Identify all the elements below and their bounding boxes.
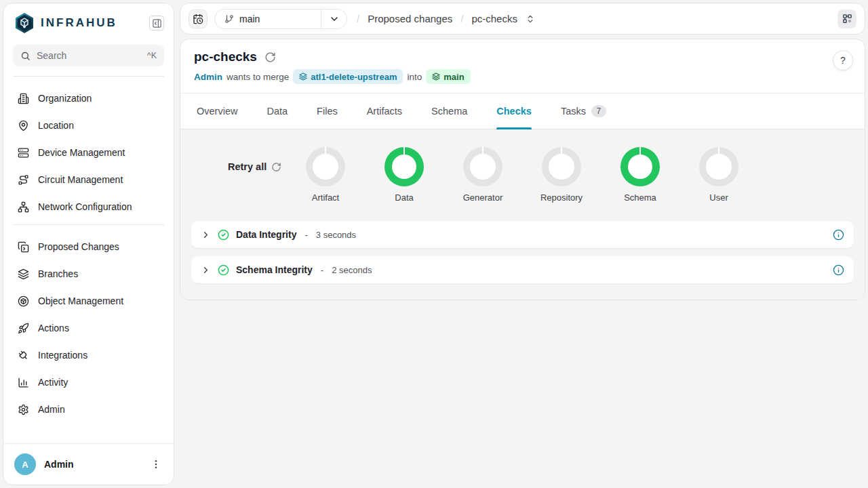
- branch-dropdown-toggle[interactable]: [321, 9, 347, 28]
- tab-checks[interactable]: Checks: [496, 94, 532, 129]
- info-icon[interactable]: [833, 264, 844, 276]
- ring-label: Schema: [624, 192, 656, 203]
- retry-all-button[interactable]: Retry all: [228, 147, 279, 186]
- tab-data[interactable]: Data: [267, 94, 288, 129]
- branch-name: main: [239, 14, 260, 24]
- sidebar-item-network-configuration[interactable]: Network Configuration: [9, 193, 168, 220]
- kebab-menu-icon[interactable]: [149, 458, 163, 471]
- check-ring-repository[interactable]: Repository: [522, 147, 601, 203]
- search-shortcut: ^K: [147, 51, 157, 60]
- sidebar-item-proposed-changes[interactable]: Proposed Changes: [9, 233, 168, 260]
- check-rows: Data Integrity - 3 seconds Schema Integr…: [191, 221, 854, 283]
- sidebar-item-object-management[interactable]: Object Management: [9, 287, 168, 314]
- main-content: pc-checks Admin wants to merge atl1-dele…: [180, 39, 865, 300]
- tab-label: Data: [267, 106, 288, 117]
- server-icon: [18, 147, 29, 159]
- rocket-icon: [18, 323, 29, 334]
- sidebar-item-label: Activity: [38, 377, 68, 388]
- layers-icon: [432, 73, 440, 81]
- breadcrumb-pc-checks[interactable]: pc-checks: [471, 13, 517, 24]
- sidebar: INFRAHUB Search ^K Organization: [3, 3, 174, 485]
- sidebar-item-label: Proposed Changes: [38, 241, 119, 252]
- sidebar-item-actions[interactable]: Actions: [9, 314, 168, 342]
- search-input[interactable]: Search ^K: [13, 45, 164, 66]
- page-title: pc-checks: [194, 49, 257, 64]
- sidebar-footer: A Admin: [3, 443, 174, 485]
- into-text: into: [407, 72, 422, 82]
- check-row-title: Schema Integrity: [236, 264, 313, 275]
- proposed-change-header: pc-checks Admin wants to merge atl1-dele…: [180, 39, 865, 93]
- check-ring-schema[interactable]: Schema: [601, 147, 679, 203]
- tab-tasks[interactable]: Tasks 7: [561, 94, 606, 129]
- footer-username: Admin: [44, 459, 141, 470]
- map-pin-icon: [18, 120, 29, 131]
- sidebar-item-organization[interactable]: Organization: [9, 85, 168, 112]
- check-row-schema-integrity[interactable]: Schema Integrity - 2 seconds: [191, 256, 854, 283]
- sidebar-item-admin[interactable]: Admin: [9, 396, 168, 423]
- tab-label: Files: [317, 106, 338, 117]
- check-summary-rings: Retry all Artifact Data Generator: [191, 129, 854, 203]
- check-ring-artifact[interactable]: Artifact: [286, 147, 365, 203]
- breadcrumb: / Proposed changes / pc-checks: [357, 13, 535, 24]
- donut-ring: [542, 147, 581, 186]
- breadcrumb-proposed-changes[interactable]: Proposed changes: [368, 13, 452, 24]
- sidebar-item-branches[interactable]: Branches: [9, 260, 168, 287]
- help-button[interactable]: ?: [833, 50, 853, 70]
- info-icon[interactable]: [833, 229, 844, 241]
- check-circle-icon: [218, 229, 229, 241]
- sidebar-nav-group-2: Proposed Changes Branches Object Managem…: [3, 225, 174, 427]
- check-ring-user[interactable]: User: [679, 147, 758, 203]
- tab-files[interactable]: Files: [317, 94, 338, 129]
- tab-overview[interactable]: Overview: [197, 94, 237, 129]
- checks-panel: Retry all Artifact Data Generator: [180, 129, 865, 300]
- branch-selector-value[interactable]: main: [215, 9, 321, 28]
- sidebar-item-label: Branches: [38, 268, 78, 279]
- merge-summary: Admin wants to merge atl1-delete-upstrea…: [194, 69, 851, 84]
- tasks-count-badge: 7: [591, 105, 606, 117]
- sidebar-collapse-button[interactable]: [149, 16, 164, 30]
- bar-chart-icon: [18, 377, 29, 388]
- sidebar-item-label: Object Management: [38, 296, 123, 306]
- donut-ring: [699, 147, 738, 186]
- tab-label: Schema: [431, 106, 467, 117]
- sidebar-item-location[interactable]: Location: [9, 112, 168, 139]
- plug-icon: [18, 350, 29, 361]
- chevrons-up-down-icon[interactable]: [526, 14, 535, 24]
- building-icon: [18, 93, 29, 104]
- source-branch-badge[interactable]: atl1-delete-upstream: [293, 69, 403, 84]
- layers-icon: [18, 268, 29, 280]
- route-icon: [18, 174, 29, 186]
- sidebar-item-integrations[interactable]: Integrations: [9, 342, 168, 369]
- check-ring-data[interactable]: Data: [365, 147, 443, 203]
- search-placeholder: Search: [37, 50, 141, 61]
- tab-artifacts[interactable]: Artifacts: [367, 94, 402, 129]
- author-link[interactable]: Admin: [194, 72, 222, 82]
- merge-text: wants to merge: [226, 72, 289, 82]
- ring-label: Generator: [463, 192, 503, 203]
- calendar-clock-button[interactable]: [189, 9, 208, 28]
- chevron-right-icon[interactable]: [201, 265, 211, 275]
- check-row-data-integrity[interactable]: Data Integrity - 3 seconds: [191, 221, 854, 248]
- tab-label: Checks: [496, 106, 532, 117]
- check-ring-generator[interactable]: Generator: [443, 147, 522, 203]
- refresh-icon[interactable]: [264, 52, 276, 63]
- chevron-right-icon[interactable]: [201, 230, 211, 240]
- schema-graph-button[interactable]: [837, 9, 856, 28]
- donut-ring: [306, 147, 345, 186]
- sidebar-item-label: Actions: [38, 323, 69, 333]
- sidebar-item-device-management[interactable]: Device Management: [9, 139, 168, 166]
- sidebar-item-circuit-management[interactable]: Circuit Management: [9, 166, 168, 193]
- sidebar-item-activity[interactable]: Activity: [9, 369, 168, 396]
- breadcrumb-separator: /: [357, 13, 359, 24]
- ring-label: Repository: [540, 192, 583, 203]
- target-branch-badge[interactable]: main: [426, 69, 470, 84]
- sidebar-item-label: Admin: [38, 404, 65, 415]
- tab-schema[interactable]: Schema: [431, 94, 467, 129]
- check-row-separator: -: [321, 265, 323, 275]
- search-icon: [20, 51, 31, 61]
- check-circle-icon: [218, 264, 229, 276]
- check-row-title: Data Integrity: [236, 229, 296, 240]
- diff-icon: [18, 241, 29, 253]
- avatar[interactable]: A: [14, 453, 36, 475]
- branch-selector[interactable]: main: [214, 9, 347, 29]
